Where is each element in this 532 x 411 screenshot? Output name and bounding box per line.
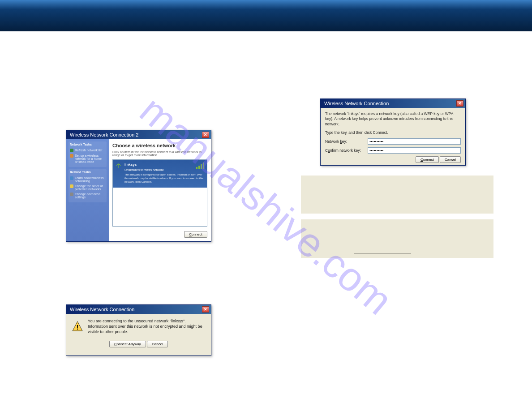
top-banner [0, 0, 532, 31]
note-box-2 [301, 219, 493, 258]
sidebar-header-network-tasks: Network Tasks [70, 143, 105, 146]
network-key-input[interactable] [368, 138, 461, 145]
sidebar-item-order[interactable]: Change the order of preferred networks [70, 184, 105, 192]
sidebar-item-label: Learn about wireless networking [75, 176, 105, 183]
sidebar-item-label: Refresh network list [75, 149, 102, 152]
sidebar-item-setup[interactable]: Set up a wireless network for a home or … [70, 153, 105, 164]
titlebar: Wireless Network Connection ✕ [66, 305, 211, 314]
window-title: Wireless Network Connection 2 [70, 132, 138, 137]
sidebar-item-advanced[interactable]: Change advanced settings [70, 192, 105, 200]
sidebar: Network Tasks Refresh network list Set u… [66, 139, 109, 241]
close-icon[interactable]: ✕ [202, 306, 209, 313]
gear-icon [70, 193, 73, 196]
setup-icon [70, 154, 73, 158]
sidebar-item-refresh[interactable]: Refresh network list [70, 148, 105, 153]
network-status: Unsecured wireless network [124, 168, 204, 171]
close-icon[interactable]: ✕ [202, 132, 209, 138]
info-icon [70, 176, 73, 180]
svg-rect-0 [196, 167, 197, 169]
warning-icon: ! [72, 321, 83, 332]
refresh-icon [70, 149, 73, 152]
titlebar: Wireless Network Connection ✕ [321, 99, 465, 108]
connect-anyway-button[interactable]: Connect Anyway [109, 341, 146, 347]
wireless-list-window: Wireless Network Connection 2 ✕ Network … [66, 130, 211, 242]
network-key-window: Wireless Network Connection ✕ The networ… [320, 98, 466, 166]
network-item[interactable]: linksys Unsecured wireless network This … [113, 160, 207, 188]
close-icon[interactable]: ✕ [456, 100, 463, 107]
confirm-key-input[interactable] [368, 147, 461, 154]
note-box-1 [301, 176, 493, 214]
main-subtext: Click an item in the list below to conne… [112, 150, 207, 157]
key-info-text: The network 'linksys' requires a network… [325, 111, 461, 127]
network-name: linksys [124, 163, 204, 167]
window-title: Wireless Network Connection [70, 307, 134, 312]
cancel-button[interactable]: Cancel [440, 156, 461, 163]
content-area: Wireless Network Connection 2 ✕ Network … [0, 31, 532, 411]
network-desc: This network is configured for open acce… [124, 173, 204, 184]
titlebar: Wireless Network Connection 2 ✕ [66, 130, 211, 139]
connect-button[interactable]: Connect [416, 156, 439, 163]
sidebar-header-related: Related Tasks [70, 171, 105, 174]
window-title: Wireless Network Connection [324, 101, 389, 106]
confirm-key-label: Confirm network key: [325, 148, 368, 153]
main-heading: Choose a wireless network [112, 143, 207, 148]
sidebar-item-label: Change advanced settings [75, 193, 105, 199]
type-instruction: Type the key, and then click Connect. [325, 130, 461, 135]
svg-rect-3 [203, 163, 204, 169]
connect-button[interactable]: Connect [184, 231, 207, 238]
note-underline [354, 253, 411, 253]
svg-text:!: ! [77, 324, 79, 331]
cancel-button[interactable]: Cancel [147, 341, 168, 347]
network-list: linksys Unsecured wireless network This … [112, 159, 207, 227]
sidebar-item-learn[interactable]: Learn about wireless networking [70, 176, 105, 184]
star-icon [70, 184, 73, 188]
svg-rect-1 [198, 166, 200, 169]
unsecured-warning-window: Wireless Network Connection ✕ ! You are … [66, 304, 211, 356]
network-key-label: Network key: [325, 139, 368, 144]
warning-text: You are connecting to the unsecured netw… [88, 318, 206, 334]
antenna-icon [116, 163, 122, 169]
signal-strength-icon [196, 163, 204, 169]
svg-rect-2 [201, 164, 202, 169]
sidebar-item-label: Change the order of preferred networks [75, 184, 105, 191]
sidebar-item-label: Set up a wireless network for a home or … [75, 154, 105, 163]
